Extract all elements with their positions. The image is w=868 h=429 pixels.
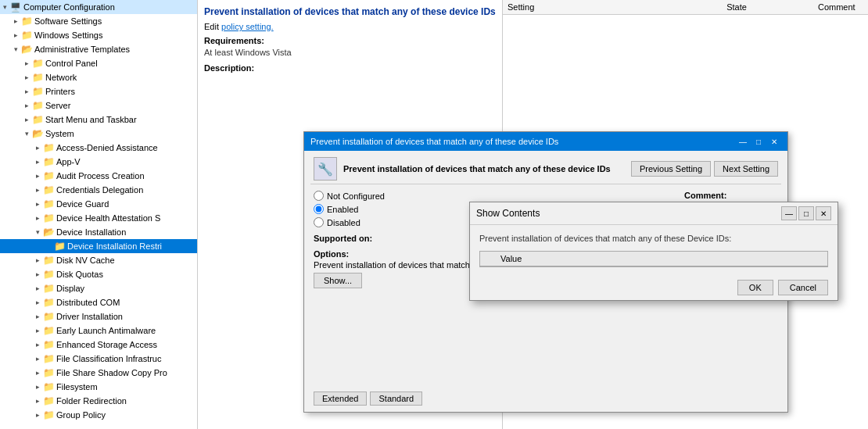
- tree-arrow-group-policy[interactable]: ▸: [33, 410, 42, 420]
- sidebar-item-distributed-com[interactable]: ▸📁Distributed COM: [0, 295, 197, 309]
- tree-arrow-server[interactable]: ▸: [22, 101, 31, 110]
- policy-dialog-close[interactable]: ✕: [767, 135, 781, 148]
- comment-label: Comment:: [684, 191, 778, 200]
- sidebar-item-audit-process[interactable]: ▸📁Audit Process Creation: [0, 169, 197, 183]
- radio-not-configured[interactable]: Not Configured: [314, 191, 675, 201]
- sidebar-item-disk-nv-cache[interactable]: ▸📁Disk NV Cache: [0, 253, 197, 267]
- tree-arrow-network[interactable]: ▸: [22, 73, 31, 82]
- tree-arrow-printers[interactable]: ▸: [22, 87, 31, 96]
- folder-icon-audit-process: 📁: [42, 170, 55, 182]
- sidebar-item-control-panel[interactable]: ▸📁Control Panel: [0, 56, 197, 70]
- sidebar-item-file-share-shadow[interactable]: ▸📁File Share Shadow Copy Pro: [0, 366, 197, 380]
- sidebar-item-network[interactable]: ▸📁Network: [0, 70, 197, 84]
- sidebar-item-admin-templates[interactable]: ▾📂Administrative Templates: [0, 42, 197, 56]
- show-contents-footer[interactable]: OK Cancel: [470, 275, 838, 300]
- tree-arrow-device-install-restr[interactable]: [44, 241, 53, 251]
- tree-arrow-software-settings[interactable]: ▸: [11, 16, 20, 26]
- tree-arrow-display[interactable]: ▸: [33, 284, 42, 293]
- sidebar-item-filesystem[interactable]: ▸📁Filesystem: [0, 380, 197, 394]
- next-setting-button[interactable]: Next Setting: [714, 161, 778, 177]
- tree-arrow-windows-settings[interactable]: ▸: [11, 30, 20, 40]
- sidebar-item-access-denied[interactable]: ▸📁Access-Denied Assistance: [0, 141, 197, 155]
- tree-arrow-access-denied[interactable]: ▸: [33, 143, 42, 152]
- tree-arrow-driver-installation[interactable]: ▸: [33, 312, 42, 321]
- policy-dialog-min[interactable]: —: [736, 135, 750, 148]
- sc-max-btn[interactable]: □: [798, 206, 814, 220]
- tree-arrow-control-panel[interactable]: ▸: [22, 59, 31, 68]
- folder-icon-display: 📁: [42, 282, 55, 295]
- sidebar-item-driver-installation[interactable]: ▸📁Driver Installation: [0, 309, 197, 324]
- radio-not-configured-input[interactable]: [314, 191, 324, 201]
- folder-icon-control-panel: 📁: [31, 57, 44, 70]
- sc-col-arrow: [480, 252, 496, 266]
- tree-arrow-distributed-com[interactable]: ▸: [33, 298, 42, 307]
- policy-dialog-max[interactable]: □: [751, 135, 766, 148]
- tree-arrow-disk-nv-cache[interactable]: ▸: [33, 256, 42, 265]
- sc-cancel-btn[interactable]: Cancel: [778, 280, 828, 295]
- tree-arrow-system[interactable]: ▾: [22, 129, 31, 138]
- sidebar-item-device-guard[interactable]: ▸📁Device Guard: [0, 197, 197, 211]
- show-contents-dialog[interactable]: Show Contents — □ ✕ Prevent installation…: [469, 202, 838, 301]
- sidebar-label-display: Display: [56, 284, 197, 293]
- sidebar-item-file-classification[interactable]: ▸📁File Classification Infrastruc: [0, 352, 197, 366]
- tree-arrow-file-share-shadow[interactable]: ▸: [33, 368, 42, 377]
- sidebar-item-credentials-delegation[interactable]: ▸📁Credentials Delegation: [0, 183, 197, 197]
- tree-arrow-audit-process[interactable]: ▸: [33, 171, 42, 181]
- policy-dialog-footer[interactable]: Extended Standard: [304, 388, 787, 412]
- tree-arrow-disk-quotas[interactable]: ▸: [33, 270, 42, 279]
- sc-ok-btn[interactable]: OK: [737, 280, 773, 295]
- col-state: State: [722, 0, 813, 15]
- tree-arrow-file-classification[interactable]: ▸: [33, 354, 42, 363]
- tree-arrow-enhanced-storage[interactable]: ▸: [33, 340, 42, 349]
- sidebar[interactable]: ▾🖥️Computer Configuration▸📁Software Sett…: [0, 0, 198, 429]
- footer-standard-tab[interactable]: Standard: [370, 391, 422, 406]
- tree-arrow-folder-redirection[interactable]: ▸: [33, 396, 42, 406]
- folder-icon-enhanced-storage: 📁: [42, 338, 55, 351]
- tree-arrow-credentials-delegation[interactable]: ▸: [33, 185, 42, 195]
- tree-arrow-early-launch[interactable]: ▸: [33, 326, 42, 335]
- radio-not-configured-label: Not Configured: [327, 191, 385, 201]
- sc-titlebar-controls[interactable]: — □ ✕: [781, 206, 831, 220]
- sidebar-item-device-installation[interactable]: ▾📂Device Installation: [0, 225, 197, 239]
- sidebar-item-early-launch[interactable]: ▸📁Early Launch Antimalware: [0, 324, 197, 338]
- show-button[interactable]: Show...: [314, 273, 362, 288]
- radio-enabled-input[interactable]: [314, 204, 324, 214]
- sidebar-item-start-menu-taskbar[interactable]: ▸📁Start Menu and Taskbar: [0, 113, 197, 127]
- sidebar-item-folder-redirection[interactable]: ▸📁Folder Redirection: [0, 394, 197, 408]
- sidebar-item-software-settings[interactable]: ▸📁Software Settings: [0, 14, 197, 28]
- sidebar-item-enhanced-storage[interactable]: ▸📁Enhanced Storage Access: [0, 338, 197, 352]
- radio-disabled-input[interactable]: [314, 217, 324, 227]
- sidebar-label-enhanced-storage: Enhanced Storage Access: [56, 340, 197, 349]
- sidebar-item-server[interactable]: ▸📁Server: [0, 98, 197, 113]
- sc-min-btn[interactable]: —: [781, 206, 797, 220]
- sidebar-item-group-policy[interactable]: ▸📁Group Policy: [0, 408, 197, 422]
- sidebar-item-printers[interactable]: ▸📁Printers: [0, 84, 197, 98]
- policy-setting-link[interactable]: policy setting.: [221, 22, 274, 31]
- tree-arrow-admin-templates[interactable]: ▾: [11, 45, 20, 54]
- sidebar-item-device-health[interactable]: ▸📁Device Health Attestation S: [0, 211, 197, 225]
- sidebar-item-display[interactable]: ▸📁Display: [0, 281, 197, 295]
- tree-arrow-filesystem[interactable]: ▸: [33, 382, 42, 391]
- sidebar-item-disk-quotas[interactable]: ▸📁Disk Quotas: [0, 267, 197, 281]
- prev-setting-button[interactable]: Previous Setting: [631, 161, 711, 177]
- tree-arrow-device-health[interactable]: ▸: [33, 213, 42, 223]
- tree-arrow-device-guard[interactable]: ▸: [33, 199, 42, 209]
- tree-arrow-computer-config[interactable]: ▾: [0, 2, 9, 12]
- radio-disabled-label: Disabled: [327, 218, 360, 227]
- sidebar-label-windows-settings: Windows Settings: [34, 30, 197, 40]
- policy-dialog-nav[interactable]: Previous Setting Next Setting: [631, 161, 778, 177]
- sidebar-label-app-v: App-V: [56, 157, 197, 166]
- policy-dialog-controls[interactable]: — □ ✕: [736, 135, 781, 148]
- tree-arrow-device-installation[interactable]: ▾: [33, 227, 42, 237]
- sidebar-item-device-install-restr[interactable]: 📁Device Installation Restri: [0, 239, 197, 253]
- tree-arrow-start-menu-taskbar[interactable]: ▸: [22, 115, 31, 124]
- sidebar-item-windows-settings[interactable]: ▸📁Windows Settings: [0, 28, 197, 42]
- tree-arrow-app-v[interactable]: ▸: [33, 157, 42, 166]
- folder-icon-printers: 📁: [31, 85, 44, 98]
- sidebar-item-app-v[interactable]: ▸📁App-V: [0, 155, 197, 169]
- sidebar-label-disk-nv-cache: Disk NV Cache: [56, 256, 197, 265]
- footer-extended-tab[interactable]: Extended: [314, 391, 367, 406]
- sc-close-btn[interactable]: ✕: [816, 206, 831, 220]
- sidebar-item-system[interactable]: ▾📂System: [0, 127, 197, 141]
- sidebar-item-computer-config[interactable]: ▾🖥️Computer Configuration: [0, 0, 197, 14]
